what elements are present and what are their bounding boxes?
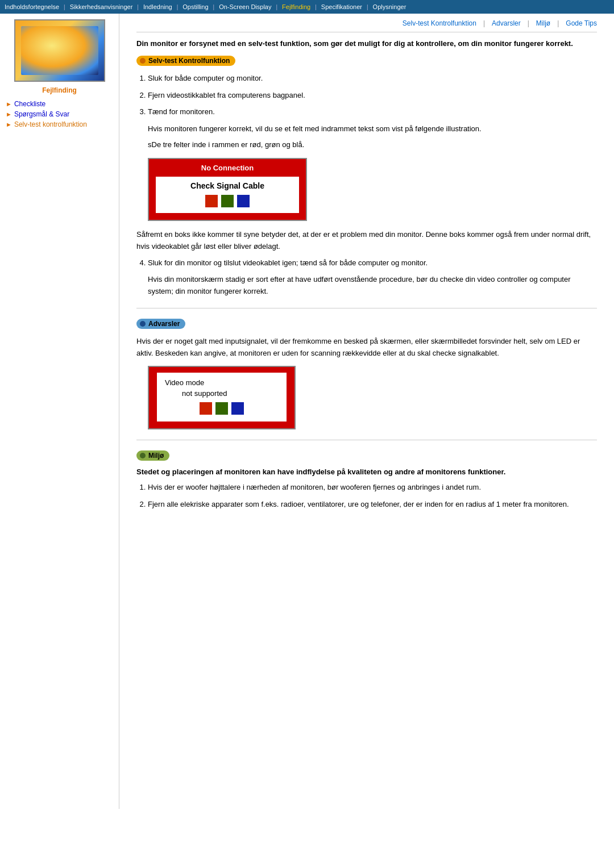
red-square [205,195,218,207]
no-connection-box: No Connection Check Signal Cable [148,158,307,221]
color-squares-2 [165,402,279,415]
video-mode-body: Video mode not supported [157,373,287,422]
video-mode-title: Video mode [165,378,279,387]
secnav-sep-3: | [557,19,559,27]
section1-badge-label: Selv-test Kontrolfunktion [148,57,230,65]
arrow-icon-2: ► [6,111,12,118]
page-layout: Fejlfinding ► Checkliste ► Spørgsmål & S… [0,14,614,809]
section3-item-2-text: Fjern alle elekriske apparater som f.eks… [148,500,569,508]
no-connection-body: Check Signal Cable [156,177,299,213]
sidebar: Fejlfinding ► Checkliste ► Spørgsmål & S… [0,14,119,809]
intro-text: Din monitor er forsynet med en selv-test… [136,39,597,48]
video-mode-sub: not supported [165,389,279,398]
nav-item-onscreen[interactable]: On-Screen Display [214,2,276,11]
step-2: Fjern videostikkablet fra computerens ba… [148,90,597,101]
main-content: Selv-test Kontrolfunktion | Advarsler | … [119,14,614,809]
step-2-text: Fjern videostikkablet fra computerens ba… [148,91,305,99]
video-mode-box: Video mode not supported [148,366,296,429]
nav-item-indledning[interactable]: Indledning [139,2,177,11]
step-4-text: Sluk for din monitor og tilslut videokab… [148,258,428,267]
no-connection-title: No Connection [156,164,299,172]
sidebar-item-label-2: Spørgsmål & Svar [14,110,69,118]
secnav-sep-2: | [528,19,529,27]
step-list: Sluk for både computer og monitor. Fjern… [148,73,597,118]
secnav-selvtest[interactable]: Selv-test Kontrolfunktion [403,19,476,27]
sidebar-image [14,19,105,82]
step-3-text: Tænd for monitoren. [148,107,215,116]
section3-badge: Miljø [136,450,169,461]
sidebar-image-inner [21,26,98,75]
sidebar-item-label-3: Selv-test kontrolfunktion [14,120,87,128]
arrow-icon-1: ► [6,101,12,107]
sidebar-label: Fejlfinding [0,86,119,94]
section2-badge-label: Advarsler [148,320,180,328]
green-square [221,195,234,207]
badge-dot-2 [140,321,146,327]
step3-detail2: sDe tre felter inde i rammen er rød, grø… [148,139,597,151]
step3-detail1: Hvis monitoren fungerer korrekt, vil du … [148,123,597,135]
badge-dot-1 [140,58,146,64]
nav-item-sikkerhedsanvisninger[interactable]: Sikkerhedsanvisninger [65,2,138,11]
secnav-miljo[interactable]: Miljø [536,19,550,27]
section2-badge: Advarsler [136,319,185,329]
section3-item-1: Hvis der er woofer højttalere i nærheden… [148,482,597,493]
blue-square-2 [231,402,244,415]
secnav-sep-1: | [483,19,485,27]
nav-item-specifikationer[interactable]: Specifikationer [317,2,367,11]
nav-item-oplysninger[interactable]: Oplysninger [368,2,411,11]
step3-after-box: Såfremt en boks ikke kommer til syne bet… [136,229,597,253]
step4-detail: Hvis din monitorskærm stadig er sort eft… [148,274,597,298]
section2-text: Hvis der er noget galt med inputsignalet… [136,336,597,360]
sidebar-navigation: ► Checkliste ► Spørgsmål & Svar ► Selv-t… [0,100,119,128]
sidebar-item-checkliste[interactable]: ► Checkliste [6,100,113,108]
step-1-text: Sluk for både computer og monitor. [148,74,263,82]
nav-item-fejlfinding[interactable]: Fejlfinding [277,2,315,11]
secnav-godetips[interactable]: Gode Tips [566,19,597,27]
section3-badge-label: Miljø [148,452,164,460]
green-square-2 [215,402,228,415]
section3-item-2: Fjern alle elekriske apparater som f.eks… [148,499,597,510]
sidebar-item-sporgsmaal[interactable]: ► Spørgsmål & Svar [6,110,113,118]
badge-dot-3 [140,453,146,458]
arrow-icon-3: ► [6,121,12,128]
nav-item-opstilling[interactable]: Opstilling [178,2,213,11]
section3-list: Hvis der er woofer højttalere i nærheden… [148,482,597,510]
step-list-2: Sluk for din monitor og tilslut videokab… [148,257,597,269]
section3-item-1-text: Hvis der er woofer højttalere i nærheden… [148,483,481,491]
step-1: Sluk for både computer og monitor. [148,73,597,84]
divider-1 [136,308,597,308]
secondary-navigation: Selv-test Kontrolfunktion | Advarsler | … [136,19,597,32]
color-squares [163,195,292,207]
step-4: Sluk for din monitor og tilslut videokab… [148,257,597,269]
blue-square [237,195,250,207]
section1-badge: Selv-test Kontrolfunktion [136,56,235,66]
sidebar-item-label-1: Checkliste [14,100,45,108]
sidebar-item-selvtest[interactable]: ► Selv-test kontrolfunktion [6,120,113,128]
divider-2 [136,440,597,440]
secnav-advarsler[interactable]: Advarsler [492,19,521,27]
top-navigation: Indholdsfortegnelse | Sikkerhedsanvisnin… [0,0,614,14]
red-square-2 [200,402,212,415]
check-signal-text: Check Signal Cable [163,181,292,190]
nav-item-indholdsfortegnelse[interactable]: Indholdsfortegnelse [0,2,64,11]
step-3: Tænd for monitoren. [148,106,597,118]
section3-intro: Stedet og placeringen af monitoren kan h… [136,468,597,476]
